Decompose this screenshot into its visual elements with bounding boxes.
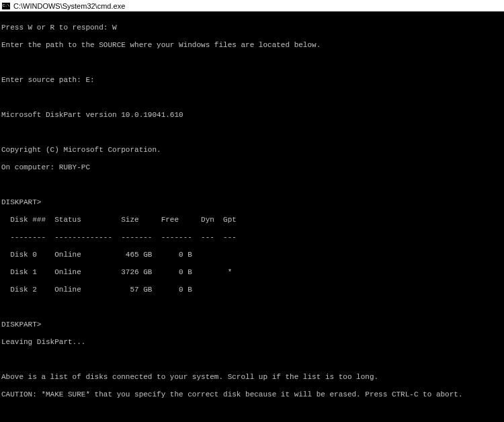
output-line: Copyright (C) Microsoft Corporation. bbox=[1, 146, 503, 155]
output-line: Leaving DiskPart... bbox=[1, 338, 503, 347]
table-row: Disk 1 Online 3726 GB 0 B * bbox=[1, 268, 503, 277]
table-row: Disk 0 Online 465 GB 0 B bbox=[1, 251, 503, 259]
output-line bbox=[1, 181, 503, 189]
terminal-output[interactable]: Press W or R to respond: W Enter the pat… bbox=[0, 12, 504, 422]
output-line: Microsoft DiskPart version 10.0.19041.61… bbox=[1, 111, 503, 120]
output-line: Enter the path to the SOURCE where your … bbox=[1, 41, 503, 50]
output-line bbox=[1, 408, 503, 417]
output-line bbox=[1, 58, 503, 67]
window-title: C:\WINDOWS\System32\cmd.exe bbox=[13, 2, 125, 10]
table-divider: -------- ------------- ------- ------- -… bbox=[1, 233, 503, 242]
output-line bbox=[1, 128, 503, 137]
diskpart-prompt: DISKPART> bbox=[1, 321, 503, 329]
diskpart-prompt: DISKPART> bbox=[1, 198, 503, 207]
output-line: On computer: RUBY-PC bbox=[1, 163, 503, 172]
table-row: Disk 2 Online 57 GB 0 B bbox=[1, 286, 503, 294]
window-titlebar: C:\WINDOWS\System32\cmd.exe bbox=[0, 0, 504, 12]
output-line: Above is a list of disks connected to yo… bbox=[1, 373, 503, 382]
output-line bbox=[1, 303, 503, 312]
output-line: Press W or R to respond: W bbox=[1, 24, 503, 32]
cmd-icon bbox=[1, 2, 11, 10]
output-line bbox=[1, 93, 503, 102]
output-line: Enter source path: E: bbox=[1, 76, 503, 85]
table-header: Disk ### Status Size Free Dyn Gpt bbox=[1, 216, 503, 224]
output-line bbox=[1, 355, 503, 364]
output-line: CAUTION: *MAKE SURE* that you specify th… bbox=[1, 390, 503, 399]
